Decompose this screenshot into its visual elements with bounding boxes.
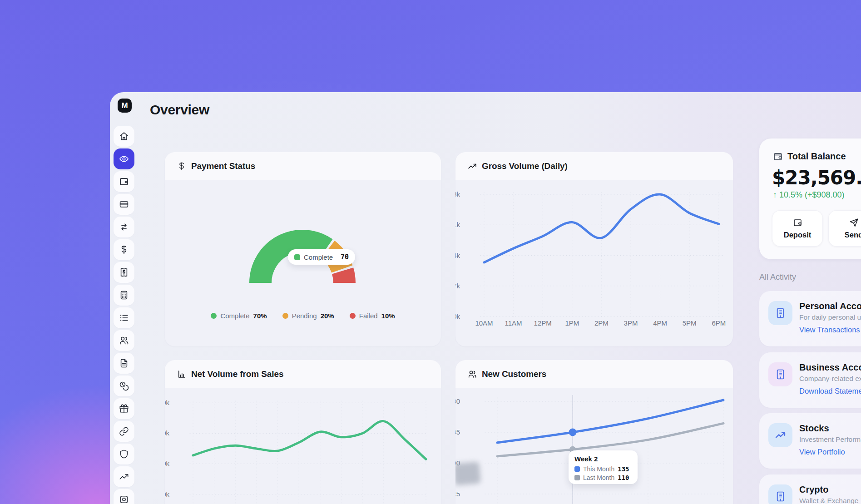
deposit-button-label: Deposit xyxy=(784,231,812,239)
sidebar-item-wallet[interactable] xyxy=(114,171,134,192)
sidebar-item-receipt[interactable] xyxy=(114,262,134,283)
gauge-legend: Complete70% Pending20% Failed10% xyxy=(165,312,441,320)
activity-title: Business Account xyxy=(799,362,861,373)
tooltip-label: Last Month xyxy=(583,474,614,481)
total-balance-head: Total Balance xyxy=(773,151,846,162)
card-title: New Customers xyxy=(482,369,546,379)
gauge-tooltip: Complete 70 xyxy=(288,249,355,265)
card-title: Gross Volume (Daily) xyxy=(482,161,568,171)
sidebar-item-users[interactable] xyxy=(114,330,134,351)
gift-icon xyxy=(119,404,129,414)
activity-item-personal-account: Personal Account For daily personal use … xyxy=(759,291,861,346)
series-line xyxy=(497,400,723,443)
activity-title: Crypto xyxy=(799,484,828,495)
credit-card-icon xyxy=(119,199,129,209)
legend-swatch xyxy=(574,466,580,472)
y-axis-label: $21k xyxy=(455,221,460,228)
y-axis-label: 135 xyxy=(455,428,460,436)
activity-item-stocks: Stocks Investment Performance View Portf… xyxy=(759,413,861,469)
all-activity-heading: All Activity xyxy=(759,272,796,282)
y-axis-label: 45 xyxy=(455,490,460,498)
x-axis-label: 5PM xyxy=(677,319,702,327)
legend-value: 10% xyxy=(381,312,395,320)
sidebar-item-eye[interactable] xyxy=(114,148,134,169)
view-portfolio-link[interactable]: View Portfolio xyxy=(799,448,845,456)
sidebar-item-credit-card[interactable] xyxy=(114,194,134,215)
y-axis-label: $20k xyxy=(165,490,169,498)
receipt-icon xyxy=(119,267,129,277)
tooltip-label: This Month xyxy=(583,465,614,473)
legend-value: 20% xyxy=(321,312,334,320)
net-volume-header: Net Volume from Sales xyxy=(165,360,441,388)
gross-volume-card: Gross Volume (Daily) $28k$21k$14k$7k$0k1… xyxy=(455,152,733,346)
activity-subtitle: For daily personal use xyxy=(799,313,861,321)
users-icon xyxy=(119,336,129,346)
y-axis-label: $40k xyxy=(165,460,169,467)
card-title: Net Volume from Sales xyxy=(191,369,283,379)
trending-up-icon xyxy=(468,162,477,171)
sidebar-item-trending-up[interactable] xyxy=(114,466,134,487)
gross-volume-chart xyxy=(476,186,730,322)
sidebar-item-link[interactable] xyxy=(114,421,134,442)
calculator-icon xyxy=(119,290,129,300)
send-button-label: Send xyxy=(845,231,861,239)
dollar-icon xyxy=(177,162,186,171)
bank-icon xyxy=(119,494,129,504)
y-axis-label: $0k xyxy=(455,312,460,320)
y-axis-label: $28k xyxy=(455,190,460,198)
sidebar-item-coins[interactable] xyxy=(114,376,134,396)
sidebar-item-calculator[interactable] xyxy=(114,285,134,306)
sidebar-item-dollar[interactable] xyxy=(114,239,134,260)
home-icon xyxy=(119,131,129,141)
eye-icon xyxy=(119,154,129,164)
sidebar-item-bank[interactable] xyxy=(114,489,134,504)
list-icon xyxy=(119,313,129,323)
sidebar-item-gift[interactable] xyxy=(114,398,134,419)
transfer-icon xyxy=(119,222,129,232)
legend-item: Failed10% xyxy=(350,312,395,320)
legend-label: Failed xyxy=(359,312,378,320)
users-icon xyxy=(468,370,477,379)
sidebar-item-list[interactable] xyxy=(114,307,134,328)
wallet-icon xyxy=(119,177,129,187)
y-axis-label: 180 xyxy=(455,397,460,405)
activity-subtitle: Investment Performance xyxy=(799,435,861,444)
x-axis-label: 3PM xyxy=(618,319,643,327)
x-axis-label: 6PM xyxy=(706,319,732,327)
legend-dot xyxy=(282,313,288,319)
x-axis-label: 10AM xyxy=(471,319,497,327)
x-axis-label: 12PM xyxy=(530,319,555,327)
chart-tooltip: Week 2 This Month135 Last Month110 xyxy=(569,450,638,484)
sidebar-item-home[interactable] xyxy=(114,126,134,147)
sidebar-item-shield[interactable] xyxy=(114,444,134,464)
activity-title: Stocks xyxy=(799,423,829,434)
document-icon xyxy=(119,358,129,368)
y-axis-label: $80k xyxy=(165,399,169,406)
wallet-icon xyxy=(793,218,802,227)
download-statement-link[interactable]: Download Statement xyxy=(799,387,861,395)
new-customers-card: New Customers Week 2 This Month135 Last … xyxy=(455,360,733,504)
tooltip-row: This Month135 xyxy=(574,465,632,473)
new-customers-header: New Customers xyxy=(455,360,733,388)
series-line xyxy=(484,194,719,262)
x-axis-label: 4PM xyxy=(648,319,673,327)
y-axis-label: $14k xyxy=(455,252,460,259)
legend-item: Pending20% xyxy=(282,312,334,320)
series-line xyxy=(193,421,426,459)
page-title: Overview xyxy=(150,102,209,118)
sidebar-item-transfer[interactable] xyxy=(114,217,134,237)
legend-dot xyxy=(211,313,217,319)
building-icon xyxy=(768,362,792,386)
legend-label: Pending xyxy=(292,312,317,320)
sidebar-item-document[interactable] xyxy=(114,353,134,374)
x-axis-label: 2PM xyxy=(589,319,614,327)
view-transactions-link[interactable]: View Transactions xyxy=(799,326,860,334)
gauge-segment-failed xyxy=(343,271,345,283)
legend-label: Complete xyxy=(220,312,249,320)
trending-up-icon xyxy=(119,472,129,482)
deposit-button[interactable]: Deposit xyxy=(772,210,823,247)
activity-subtitle: Company-related expenses xyxy=(799,375,861,383)
send-button[interactable]: Send xyxy=(828,210,861,247)
card-title: Payment Status xyxy=(191,161,255,171)
activity-title: Personal Account xyxy=(799,301,861,311)
